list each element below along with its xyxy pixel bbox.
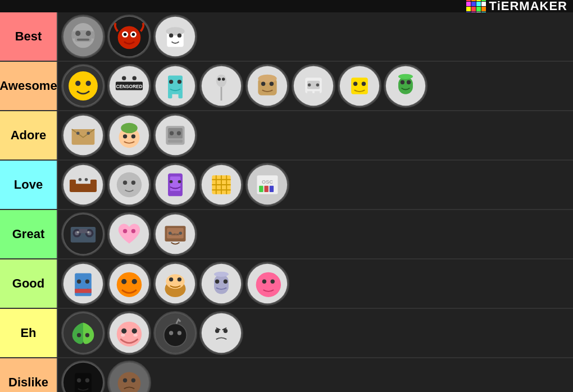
tier-item-gr-2[interactable] bbox=[107, 212, 151, 256]
svg-point-17 bbox=[169, 33, 173, 37]
tier-item-gr-3[interactable]: tattoo bbox=[153, 212, 197, 256]
svg-point-22 bbox=[86, 81, 91, 86]
svg-text:CENSORED: CENSORED bbox=[116, 84, 142, 89]
tier-item-go-5[interactable] bbox=[245, 262, 289, 306]
svg-point-9 bbox=[118, 26, 141, 49]
svg-point-12 bbox=[124, 33, 127, 37]
svg-rect-102 bbox=[264, 186, 268, 192]
svg-text:tattoo: tattoo bbox=[171, 233, 179, 236]
tier-item-lo-4[interactable] bbox=[199, 163, 243, 207]
svg-point-130 bbox=[132, 279, 137, 284]
tier-row-good: Good bbox=[0, 259, 573, 309]
tier-item-lo-2[interactable] bbox=[107, 163, 151, 207]
svg-point-142 bbox=[256, 272, 281, 297]
svg-point-48 bbox=[316, 83, 320, 86]
tier-item-go-3[interactable] bbox=[153, 262, 197, 306]
svg-rect-32 bbox=[168, 92, 172, 98]
svg-point-57 bbox=[398, 74, 413, 79]
svg-rect-137 bbox=[214, 274, 229, 294]
svg-point-112 bbox=[87, 231, 89, 233]
tier-item-ad-2[interactable] bbox=[107, 113, 151, 157]
tier-item-best-3[interactable] bbox=[153, 15, 197, 58]
svg-point-58 bbox=[401, 80, 404, 84]
svg-point-26 bbox=[122, 76, 126, 80]
svg-rect-101 bbox=[259, 186, 263, 192]
tier-item-eh-2[interactable] bbox=[107, 311, 151, 355]
svg-rect-29 bbox=[168, 76, 183, 94]
tier-items-love: OSC bbox=[58, 161, 573, 209]
tier-item-ad-1[interactable] bbox=[61, 113, 105, 157]
svg-rect-164 bbox=[75, 373, 92, 392]
svg-point-125 bbox=[85, 280, 89, 284]
svg-rect-74 bbox=[168, 139, 183, 143]
tier-item-aw-2[interactable]: CENSORED bbox=[107, 64, 151, 108]
tier-item-lo-3[interactable] bbox=[153, 163, 197, 207]
tier-item-eh-4[interactable] bbox=[199, 311, 243, 355]
svg-point-37 bbox=[222, 78, 225, 81]
svg-point-21 bbox=[75, 81, 80, 86]
tier-item-lo-1[interactable] bbox=[61, 163, 105, 207]
svg-rect-110 bbox=[79, 229, 88, 233]
tier-item-ad-3[interactable] bbox=[153, 113, 197, 157]
tier-item-go-2[interactable] bbox=[107, 262, 151, 306]
tier-item-go-1[interactable] bbox=[61, 262, 105, 306]
tier-row-best: Best bbox=[0, 12, 573, 62]
tier-item-eh-1[interactable] bbox=[61, 311, 105, 355]
svg-point-73 bbox=[177, 131, 181, 135]
svg-point-153 bbox=[133, 334, 137, 337]
tier-item-lo-5[interactable]: OSC bbox=[245, 163, 289, 207]
tier-item-aw-1[interactable] bbox=[61, 64, 105, 108]
svg-point-72 bbox=[170, 131, 174, 135]
tier-item-aw-7[interactable] bbox=[338, 64, 381, 108]
svg-point-16 bbox=[166, 27, 184, 35]
svg-text:OSC: OSC bbox=[262, 179, 273, 185]
svg-point-165 bbox=[77, 379, 81, 382]
svg-point-66 bbox=[121, 123, 138, 134]
tier-item-gr-1[interactable] bbox=[61, 212, 105, 256]
tier-items-great: tattoo bbox=[58, 210, 573, 258]
svg-point-146 bbox=[77, 333, 81, 337]
tier-label-awesome: Awesome bbox=[0, 62, 58, 110]
svg-point-79 bbox=[79, 178, 82, 181]
tier-item-aw-8[interactable] bbox=[384, 64, 428, 108]
svg-rect-33 bbox=[179, 92, 183, 98]
svg-point-166 bbox=[85, 379, 89, 382]
svg-point-47 bbox=[308, 83, 311, 86]
svg-point-114 bbox=[123, 229, 127, 233]
tier-item-best-1[interactable] bbox=[61, 15, 105, 58]
tier-item-dl-2[interactable] bbox=[107, 361, 151, 392]
tier-item-aw-6[interactable] bbox=[292, 64, 335, 108]
tier-item-go-4[interactable] bbox=[199, 262, 243, 306]
svg-point-18 bbox=[178, 33, 181, 37]
tier-label-best: Best bbox=[0, 12, 58, 61]
svg-point-115 bbox=[131, 229, 135, 233]
tier-item-aw-3[interactable] bbox=[153, 64, 197, 108]
svg-point-89 bbox=[178, 180, 181, 184]
svg-point-138 bbox=[214, 272, 229, 277]
svg-rect-160 bbox=[212, 323, 230, 343]
svg-point-111 bbox=[77, 231, 79, 233]
tier-item-eh-3[interactable] bbox=[153, 311, 197, 355]
tier-items-dislike bbox=[58, 358, 573, 392]
svg-point-30 bbox=[169, 80, 173, 84]
tier-label-great: Great bbox=[0, 210, 58, 258]
svg-point-80 bbox=[85, 178, 88, 181]
svg-point-36 bbox=[218, 78, 221, 81]
svg-point-157 bbox=[169, 331, 173, 335]
logo-text: TiERMAKER bbox=[489, 0, 567, 13]
tier-item-aw-5[interactable] bbox=[245, 64, 289, 108]
tier-row-love: Love OSC bbox=[0, 161, 573, 210]
tier-item-aw-4[interactable] bbox=[199, 64, 243, 108]
svg-point-20 bbox=[69, 71, 98, 101]
tier-item-dl-1[interactable] bbox=[61, 361, 105, 392]
svg-point-63 bbox=[87, 132, 90, 135]
svg-point-62 bbox=[76, 132, 80, 135]
svg-point-35 bbox=[216, 75, 227, 87]
tier-item-best-2[interactable] bbox=[107, 15, 151, 58]
svg-point-84 bbox=[131, 181, 135, 185]
tier-label-love: Love bbox=[0, 161, 58, 209]
svg-point-43 bbox=[270, 82, 274, 86]
svg-rect-126 bbox=[75, 289, 92, 293]
tier-row-awesome: Awesome CENSORED bbox=[0, 62, 573, 111]
svg-rect-103 bbox=[270, 186, 274, 192]
